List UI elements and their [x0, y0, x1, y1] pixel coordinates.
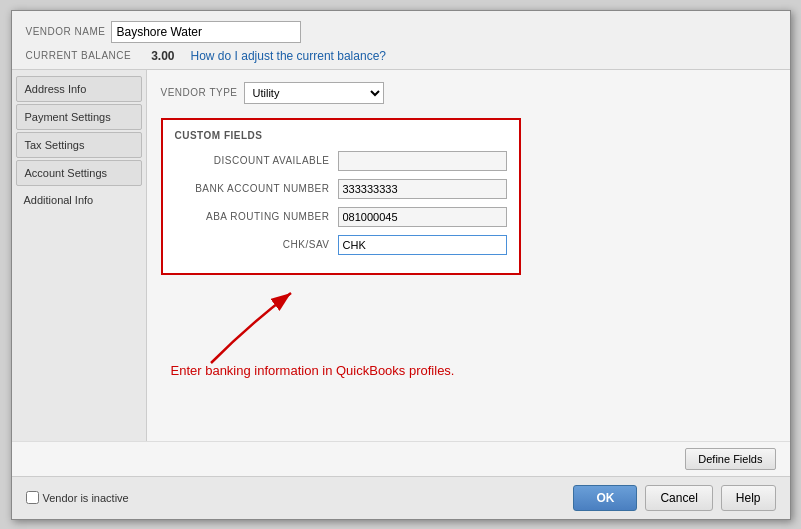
discount-available-row: DISCOUNT AVAILABLE — [175, 151, 507, 171]
bank-account-label: BANK ACCOUNT NUMBER — [175, 183, 330, 194]
ok-button[interactable]: OK — [573, 485, 637, 511]
chk-sav-input[interactable] — [338, 235, 507, 255]
aba-routing-row: ABA ROUTING NUMBER — [175, 207, 507, 227]
sidebar-item-tax-settings[interactable]: Tax Settings — [16, 132, 142, 158]
sidebar-item-additional-info[interactable]: Additional Info — [12, 188, 146, 212]
sidebar-item-address-info[interactable]: Address Info — [16, 76, 142, 102]
footer-area: Vendor is inactive OK Cancel Help — [12, 476, 790, 519]
vendor-name-label: VENDOR NAME — [26, 26, 106, 37]
annotation-arrow-icon — [191, 283, 311, 373]
define-fields-area: Define Fields — [12, 441, 790, 476]
vendor-type-select[interactable]: Utility Supplier Contractor Other — [244, 82, 384, 104]
custom-fields-box: CUSTOM FIELDS DISCOUNT AVAILABLE BANK AC… — [161, 118, 521, 275]
arrow-container — [191, 283, 311, 375]
vendor-type-label: VENDOR TYPE — [161, 87, 238, 98]
footer-left: Vendor is inactive — [26, 491, 129, 504]
bank-account-input[interactable] — [338, 179, 507, 199]
define-fields-button[interactable]: Define Fields — [685, 448, 775, 470]
chk-sav-label: CHK/SAV — [175, 239, 330, 250]
vendor-inactive-label: Vendor is inactive — [26, 491, 129, 504]
annotation-area: Enter banking information in QuickBooks … — [161, 283, 776, 429]
content-area: VENDOR TYPE Utility Supplier Contractor … — [147, 70, 790, 441]
custom-fields-title: CUSTOM FIELDS — [175, 130, 507, 141]
vendor-type-row: VENDOR TYPE Utility Supplier Contractor … — [161, 82, 776, 104]
aba-routing-input[interactable] — [338, 207, 507, 227]
adjust-balance-link[interactable]: How do I adjust the current balance? — [191, 49, 386, 63]
chk-sav-row: CHK/SAV — [175, 235, 507, 255]
footer-right: OK Cancel Help — [573, 485, 775, 511]
vendor-name-input[interactable] — [111, 21, 301, 43]
annotation-text: Enter banking information in QuickBooks … — [171, 363, 455, 378]
main-area: Address Info Payment Settings Tax Settin… — [12, 70, 790, 441]
vendor-dialog: VENDOR NAME CURRENT BALANCE 3.00 How do … — [11, 10, 791, 520]
sidebar-item-account-settings[interactable]: Account Settings — [16, 160, 142, 186]
aba-routing-label: ABA ROUTING NUMBER — [175, 211, 330, 222]
help-button[interactable]: Help — [721, 485, 776, 511]
current-balance-label: CURRENT BALANCE — [26, 50, 132, 61]
sidebar: Address Info Payment Settings Tax Settin… — [12, 70, 147, 441]
header-area: VENDOR NAME CURRENT BALANCE 3.00 How do … — [12, 11, 790, 70]
sidebar-item-payment-settings[interactable]: Payment Settings — [16, 104, 142, 130]
discount-available-input[interactable] — [338, 151, 507, 171]
cancel-button[interactable]: Cancel — [645, 485, 712, 511]
bank-account-row: BANK ACCOUNT NUMBER — [175, 179, 507, 199]
discount-available-label: DISCOUNT AVAILABLE — [175, 155, 330, 166]
vendor-inactive-checkbox[interactable] — [26, 491, 39, 504]
current-balance-value: 3.00 — [151, 49, 174, 63]
